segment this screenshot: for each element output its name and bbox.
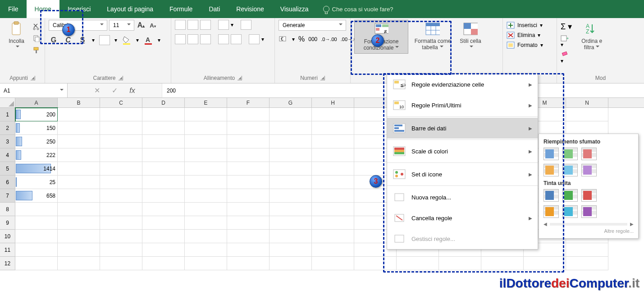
- wrap-text-icon[interactable]: [241, 20, 251, 30]
- databar-solid-orange[interactable]: [544, 205, 559, 218]
- tab-page-layout[interactable]: Layout di pagina: [99, 0, 161, 18]
- row-header[interactable]: 3: [0, 135, 15, 148]
- cell[interactable]: [397, 257, 439, 270]
- cell[interactable]: [142, 108, 185, 121]
- decrease-font-icon[interactable]: A▾: [148, 22, 158, 29]
- databar-solid-red[interactable]: [581, 189, 597, 202]
- cell[interactable]: [100, 176, 142, 189]
- cell[interactable]: [58, 135, 100, 148]
- cut-icon[interactable]: [32, 23, 41, 31]
- cell[interactable]: [227, 176, 269, 189]
- cell[interactable]: [58, 189, 100, 203]
- cell[interactable]: 150: [15, 121, 58, 135]
- databar-solid-green[interactable]: [562, 189, 578, 202]
- cell[interactable]: [566, 243, 608, 257]
- paste-button[interactable]: Incolla: [4, 20, 29, 53]
- cell[interactable]: [100, 230, 142, 243]
- cell[interactable]: [142, 162, 185, 176]
- databar-gradient-red[interactable]: [581, 148, 597, 160]
- cell[interactable]: [439, 257, 481, 270]
- cell[interactable]: [312, 135, 354, 148]
- databar-solid-purple[interactable]: [581, 205, 597, 218]
- align-top-icon[interactable]: [175, 20, 186, 30]
- cell[interactable]: [185, 230, 227, 243]
- cell[interactable]: [312, 243, 354, 257]
- chevron-down-icon[interactable]: [60, 88, 64, 94]
- cell[interactable]: [185, 216, 227, 230]
- cell[interactable]: [269, 230, 312, 243]
- col-header[interactable]: H: [312, 98, 354, 107]
- merge-center-icon[interactable]: [249, 34, 260, 44]
- insert-cells-button[interactable]: Inserisci▾: [507, 22, 543, 29]
- cell[interactable]: [58, 230, 100, 243]
- cell[interactable]: [142, 135, 185, 148]
- cell[interactable]: 222: [15, 148, 58, 162]
- align-bottom-icon[interactable]: [200, 20, 211, 30]
- dialog-launcher-icon[interactable]: [238, 76, 242, 80]
- cell[interactable]: [58, 243, 100, 257]
- menu-highlight-rules[interactable]: ≦> Regole evidenziazione celle ▶: [387, 74, 538, 95]
- scroll-right-icon[interactable]: ▶: [630, 222, 634, 227]
- align-middle-icon[interactable]: [187, 20, 198, 30]
- cell[interactable]: 250: [15, 135, 58, 148]
- cell[interactable]: [100, 121, 142, 135]
- cell[interactable]: [269, 203, 312, 216]
- cell[interactable]: [269, 121, 312, 135]
- col-header[interactable]: B: [58, 98, 100, 107]
- sort-filter-button[interactable]: AZ Ordina e filtra: [577, 20, 606, 53]
- font-name-combo[interactable]: Calibri: [49, 20, 107, 31]
- cell[interactable]: [15, 203, 58, 216]
- cell[interactable]: [566, 257, 608, 270]
- col-header[interactable]: E: [185, 98, 227, 107]
- cell[interactable]: [312, 148, 354, 162]
- cell[interactable]: [58, 148, 100, 162]
- cell[interactable]: [227, 162, 269, 176]
- copy-icon[interactable]: [32, 34, 41, 42]
- cell[interactable]: [58, 121, 100, 135]
- clear-icon[interactable]: ▾: [561, 51, 572, 64]
- font-color-button[interactable]: A: [143, 36, 153, 45]
- databar-gradient-lightblue[interactable]: [562, 164, 578, 176]
- number-format-combo[interactable]: Generale: [279, 20, 346, 31]
- cell[interactable]: [227, 257, 269, 270]
- select-all-corner[interactable]: [0, 98, 15, 107]
- row-header[interactable]: 7: [0, 189, 15, 203]
- databar-gradient-green[interactable]: [562, 148, 578, 160]
- cell[interactable]: [269, 189, 312, 203]
- cell[interactable]: [142, 216, 185, 230]
- decrease-indent-icon[interactable]: [218, 34, 229, 44]
- cell[interactable]: [269, 148, 312, 162]
- cell[interactable]: [185, 162, 227, 176]
- format-painter-icon[interactable]: [32, 46, 41, 54]
- menu-color-scales[interactable]: Scale di colori ▶: [387, 141, 538, 162]
- col-header[interactable]: C: [100, 98, 142, 107]
- cell[interactable]: [312, 108, 354, 121]
- cell[interactable]: [58, 257, 100, 270]
- enter-formula-icon[interactable]: ✓: [112, 86, 118, 95]
- cell[interactable]: [15, 230, 58, 243]
- col-header[interactable]: D: [142, 98, 185, 107]
- col-header[interactable]: F: [227, 98, 269, 107]
- cell-styles-button[interactable]: Stili cella: [457, 20, 484, 53]
- name-box[interactable]: A1: [0, 83, 68, 97]
- cell[interactable]: [312, 203, 354, 216]
- cell[interactable]: [312, 121, 354, 135]
- increase-decimal-icon[interactable]: .0→.00: [321, 37, 337, 42]
- tab-file[interactable]: File: [0, 0, 27, 18]
- cell[interactable]: [269, 135, 312, 148]
- databar-gradient-blue[interactable]: [544, 148, 559, 160]
- cell[interactable]: [227, 121, 269, 135]
- cell[interactable]: [100, 216, 142, 230]
- cell[interactable]: [142, 176, 185, 189]
- cell[interactable]: [58, 108, 100, 121]
- cell[interactable]: [312, 162, 354, 176]
- row-header[interactable]: 8: [0, 203, 15, 216]
- dialog-launcher-icon[interactable]: [31, 76, 35, 80]
- borders-button[interactable]: [99, 35, 110, 45]
- row-header[interactable]: 6: [0, 176, 15, 189]
- autosum-icon[interactable]: Σ ▾: [561, 22, 572, 32]
- align-left-icon[interactable]: [175, 34, 186, 44]
- cell[interactable]: [227, 230, 269, 243]
- cell[interactable]: [58, 176, 100, 189]
- databar-solid-blue[interactable]: [544, 189, 559, 202]
